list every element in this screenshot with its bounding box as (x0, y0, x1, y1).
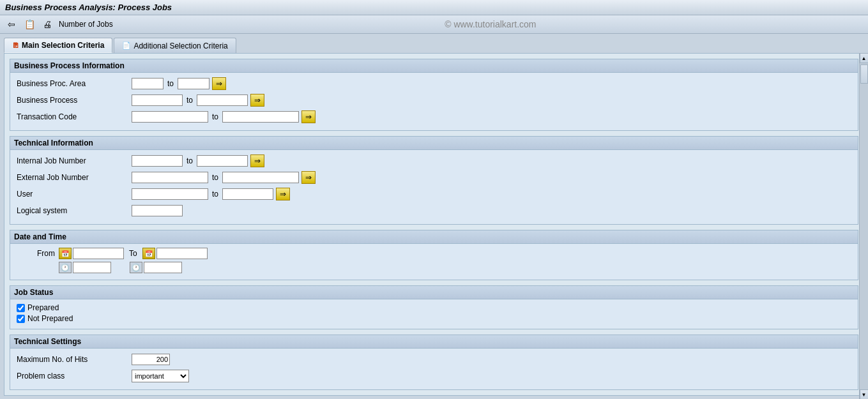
problem-class-row: Problem class important very high high m… (17, 369, 851, 383)
internal-job-number-from[interactable] (132, 155, 183, 167)
max-hits-row: Maximum No. of Hits (17, 352, 851, 366)
business-proc-area-arrow[interactable]: ⇒ (212, 77, 226, 90)
scroll-down-arrow[interactable]: ▼ (860, 389, 869, 399)
user-from[interactable] (132, 188, 208, 200)
transaction-code-from[interactable] (132, 111, 208, 123)
business-proc-area-to[interactable] (178, 78, 209, 89)
additional-tab-icon: 📄 (122, 41, 131, 50)
business-process-arrow[interactable]: ⇒ (250, 94, 264, 107)
print-icon[interactable]: 🖨 (41, 18, 54, 31)
internal-job-number-label: Internal Job Number (17, 156, 132, 165)
logical-system-label: Logical system (17, 206, 132, 215)
tab-additional-label: Additional Selection Criteria (133, 41, 227, 50)
tabs-container: 🖹 Main Selection Criteria 📄 Additional S… (0, 34, 868, 53)
watermark: © www.tutorialkart.com (118, 19, 863, 29)
transaction-code-row: Transaction Code to ⇒ (17, 110, 851, 124)
not-prepared-label: Not Prepared (27, 314, 73, 323)
business-process-from[interactable] (132, 94, 183, 106)
to-calendar-button[interactable]: 📅 (142, 248, 155, 259)
problem-class-select[interactable]: important very high high medium low (132, 370, 189, 382)
not-prepared-row: Not Prepared (17, 314, 851, 323)
transaction-code-label: Transaction Code (17, 112, 132, 121)
job-status-body: Prepared Not Prepared (10, 299, 858, 329)
business-process-row: Business Process to ⇒ (17, 93, 851, 107)
main-tab-icon: 🖹 (12, 41, 19, 49)
business-proc-area-label: Business Proc. Area (17, 79, 132, 88)
external-job-number-label: External Job Number (17, 173, 132, 182)
window-title: Business Process Analysis: Process Jobs (5, 3, 172, 12)
business-process-label: Business Process (17, 96, 132, 105)
from-label: From (17, 249, 55, 258)
date-time-body: From 📅 To 📅 🕐 To 🕐 (10, 244, 858, 280)
internal-job-number-arrow[interactable]: ⇒ (250, 154, 264, 167)
to-label-4: to (187, 156, 193, 165)
business-process-body: Business Proc. Area to ⇒ Business Proces… (10, 73, 858, 130)
technical-settings-body: Maximum No. of Hits Problem class import… (10, 349, 858, 389)
business-proc-area-from[interactable] (132, 78, 164, 89)
tab-main-selection[interactable]: 🖹 Main Selection Criteria (4, 38, 112, 53)
main-content-area: Business Process Information Business Pr… (0, 53, 868, 399)
date-from-row: From 📅 To 📅 (17, 248, 851, 259)
toolbar: ⇦ 📋 🖨 Number of Jobs © www.tutorialkart.… (0, 15, 868, 34)
number-of-jobs-label: Number of Jobs (59, 20, 113, 29)
internal-job-number-row: Internal Job Number to ⇒ (17, 154, 851, 168)
transaction-code-to[interactable] (222, 111, 299, 123)
from-clock-button[interactable]: 🕐 (59, 262, 72, 273)
scrollbar: ▲ ▼ (859, 53, 868, 399)
to-label-1: to (167, 79, 174, 88)
problem-class-label: Problem class (17, 372, 132, 380)
content-area: Business Process Information Business Pr… (4, 53, 864, 396)
user-row: User to ⇒ (17, 187, 851, 201)
user-arrow[interactable]: ⇒ (276, 188, 290, 200)
job-status-section: Job Status Prepared Not Prepared (10, 285, 858, 329)
transaction-code-arrow[interactable]: ⇒ (301, 110, 316, 123)
save-icon[interactable]: 📋 (23, 18, 36, 31)
from-date-input[interactable] (73, 248, 124, 259)
max-hits-label: Maximum No. of Hits (17, 355, 132, 364)
to-date-label: To (129, 249, 137, 258)
scroll-thumb[interactable] (860, 64, 868, 84)
max-hits-input[interactable] (132, 354, 170, 365)
to-label-3: to (212, 112, 218, 121)
tab-additional-selection[interactable]: 📄 Additional Selection Criteria (114, 38, 236, 53)
main-window: Business Process Analysis: Process Jobs … (0, 0, 868, 399)
business-process-to[interactable] (197, 94, 248, 106)
external-job-number-from[interactable] (132, 172, 208, 183)
title-bar: Business Process Analysis: Process Jobs (0, 0, 868, 15)
prepared-checkbox[interactable] (17, 304, 25, 312)
scroll-up-arrow[interactable]: ▲ (860, 53, 869, 63)
date-time-header: Date and Time (10, 230, 858, 244)
external-job-number-arrow[interactable]: ⇒ (301, 171, 316, 184)
back-icon[interactable]: ⇦ (5, 18, 18, 31)
tab-main-label: Main Selection Criteria (22, 41, 104, 50)
prepared-label: Prepared (27, 303, 59, 312)
technical-section: Technical Information Internal Job Numbe… (10, 136, 858, 225)
from-calendar-button[interactable]: 📅 (59, 248, 72, 259)
to-label-2: to (187, 96, 193, 105)
logical-system-input[interactable] (132, 205, 183, 216)
technical-body: Internal Job Number to ⇒ External Job Nu… (10, 150, 858, 224)
to-date-input[interactable] (156, 248, 208, 259)
business-proc-area-row: Business Proc. Area to ⇒ (17, 77, 851, 91)
external-job-number-row: External Job Number to ⇒ (17, 170, 851, 184)
job-status-header: Job Status (10, 286, 858, 299)
external-job-number-to[interactable] (222, 172, 299, 183)
from-time-input[interactable] (73, 262, 111, 273)
technical-settings-section: Technical Settings Maximum No. of Hits P… (10, 335, 858, 390)
internal-job-number-to[interactable] (197, 155, 248, 167)
logical-system-row: Logical system (17, 204, 851, 218)
business-process-section: Business Process Information Business Pr… (10, 59, 858, 131)
not-prepared-checkbox[interactable] (17, 315, 25, 323)
user-label: User (17, 190, 132, 199)
business-process-header: Business Process Information (10, 59, 858, 73)
to-clock-button[interactable]: 🕐 (130, 262, 142, 273)
to-label-6: to (212, 190, 218, 199)
to-time-input[interactable] (144, 262, 182, 273)
technical-settings-header: Technical Settings (10, 335, 858, 349)
time-row: 🕐 To 🕐 (17, 262, 851, 273)
user-to[interactable] (222, 188, 273, 200)
prepared-row: Prepared (17, 303, 851, 312)
to-label-5: to (212, 173, 218, 182)
technical-header: Technical Information (10, 137, 858, 150)
date-time-section: Date and Time From 📅 To 📅 🕐 To (10, 230, 858, 280)
